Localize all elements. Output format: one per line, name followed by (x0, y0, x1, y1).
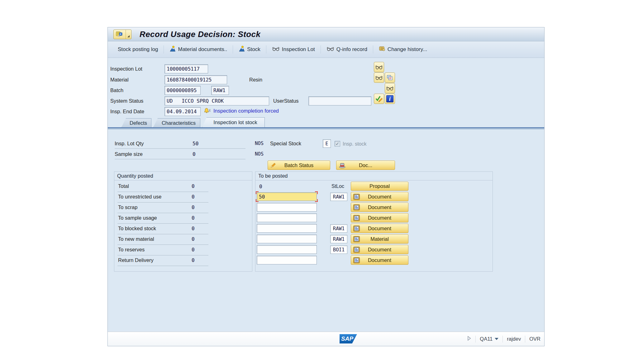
qty-row-label: To reserves (118, 247, 145, 253)
tab-defects[interactable]: Defects (121, 118, 151, 127)
insp-end-date-input[interactable] (164, 107, 201, 116)
overwrite-mode: OVR (529, 336, 540, 342)
batch-input[interactable] (164, 86, 201, 95)
bell-icon (203, 108, 210, 115)
inspection-lot-input[interactable] (164, 64, 208, 73)
inspection-lot-stock-panel: Insp. Lot Qty 50 NOS Special Stock E ✓ I… (108, 127, 544, 332)
system-id-dropdown[interactable]: QA11 (480, 336, 498, 342)
batch-status-button[interactable]: Batch Status (268, 161, 330, 170)
information-button[interactable]: i (385, 94, 395, 104)
qty-row-blocked-stock: To blocked stock 0 (117, 224, 208, 234)
material-documents-button[interactable]: Material documents.. (164, 44, 233, 55)
post-document-icon (353, 194, 360, 200)
new-material-material-button[interactable]: Material (351, 234, 408, 244)
status-separator (502, 336, 503, 343)
material-documents-label: Material documents.. (178, 46, 227, 53)
reserves-stloc-input[interactable] (330, 245, 347, 254)
document-button-label: Document (368, 194, 391, 200)
inspection-completion-message: Inspection completion forced (213, 108, 279, 114)
status-separator (475, 336, 476, 343)
stock-button[interactable]: Stock (233, 44, 266, 55)
special-stock-label: Special Stock (270, 141, 301, 147)
display-batch-button[interactable] (385, 83, 395, 93)
status-right-cluster: QA11 rajdev OVR (467, 332, 540, 346)
unrestricted-stloc-input[interactable] (330, 193, 347, 201)
q-info-record-button[interactable]: Q-info record (321, 44, 373, 55)
quantity-posted-groupbox: Quantity posted Total 0 To unrestricted … (114, 171, 252, 272)
copy-document-button[interactable] (385, 72, 395, 83)
document-button-label: Document (368, 257, 391, 263)
special-stock-value: E (325, 141, 328, 147)
qty-row-label: To scrap (118, 204, 137, 210)
insp-stock-checkbox[interactable]: ✓ (335, 141, 340, 147)
insp-end-date-field-label: Insp. End Date (110, 109, 144, 114)
insp-stock-checkbox-label: Insp. stock (343, 141, 366, 147)
screen-menu-dropdown-icon[interactable] (126, 30, 131, 39)
inspection-lot-button[interactable]: Inspection Lot (266, 44, 321, 55)
screen-menu-button[interactable] (113, 30, 131, 39)
return-delivery-qty-input[interactable] (257, 256, 317, 264)
new-material-qty-input[interactable] (257, 235, 317, 243)
batch-field-label: Batch (110, 87, 123, 93)
reserves-qty-input[interactable] (257, 245, 317, 254)
system-status-input[interactable] (164, 96, 269, 105)
sample-usage-qty-input[interactable] (257, 213, 317, 222)
proposal-button[interactable]: Proposal (351, 182, 408, 191)
material-input[interactable] (164, 75, 227, 84)
blocked-stock-stloc-input[interactable] (330, 224, 347, 233)
insp-lot-qty-label: Insp. Lot Qty (115, 141, 144, 147)
change-history-button[interactable]: Change history... (373, 44, 433, 55)
qty-row-label: To sample usage (118, 215, 157, 221)
scrap-document-button[interactable]: Document (351, 203, 408, 212)
scrap-qty-input[interactable] (257, 203, 317, 212)
qty-row-value: 0 (192, 236, 195, 242)
display-material-button[interactable] (374, 72, 384, 83)
doc-button[interactable]: Doc... (336, 161, 395, 170)
scroll-icon (379, 46, 385, 53)
expand-status-icon[interactable] (467, 336, 471, 342)
header-form: Inspection Lot Material Resin Batch Syst… (108, 58, 544, 117)
blocked-stock-qty-input[interactable] (257, 224, 317, 233)
qty-row-unrestricted: To unrestricted use 0 (117, 192, 208, 203)
person-mountain-icon (239, 46, 245, 53)
insp-lot-qty-row: Insp. Lot Qty 50 (115, 139, 245, 149)
unrestricted-document-button[interactable]: Document (351, 192, 408, 201)
batch-plant-input[interactable] (211, 86, 229, 95)
status-separator (525, 336, 525, 343)
material-button-label: Material (370, 236, 389, 242)
qty-row-value: 0 (192, 226, 195, 231)
display-inspection-lot-button[interactable] (374, 62, 384, 72)
return-delivery-document-button[interactable]: Document (351, 255, 408, 265)
unrestricted-qty-input[interactable] (257, 192, 317, 201)
system-status-field-label: System Status (110, 98, 143, 104)
quantity-posted-header: Quantity posted (114, 172, 252, 180)
chevron-down-icon (495, 338, 498, 340)
tab-inspection-lot-stock[interactable]: Inspection lot stock (202, 117, 265, 127)
document-button-label: Document (368, 226, 391, 231)
special-stock-value-field[interactable]: E (323, 139, 331, 148)
change-status-button[interactable] (374, 94, 384, 104)
user-status-input[interactable] (308, 96, 371, 105)
usage-decision-icon (114, 31, 126, 38)
sample-size-unit: NOS (255, 151, 264, 157)
post-document-icon (353, 215, 360, 221)
status-bar: SAP QA11 rajdev OVR (108, 332, 544, 346)
title-bar: Record Usage Decision: Stock (108, 27, 544, 41)
reserves-document-button[interactable]: Document (351, 245, 408, 254)
tab-inspection-lot-stock-label: Inspection lot stock (213, 119, 257, 125)
doc-button-label: Doc... (359, 162, 372, 168)
tab-characteristics[interactable]: Characteristics (153, 118, 200, 127)
sample-usage-document-button[interactable]: Document (351, 213, 408, 222)
person-mountain-icon (169, 46, 176, 53)
qty-row-value: 0 (192, 204, 195, 210)
material-description: Resin (249, 77, 262, 83)
focus-corner (315, 199, 318, 202)
document-button-label: Document (368, 247, 391, 253)
blocked-stock-document-button[interactable]: Document (351, 224, 408, 233)
qty-row-reserves: To reserves 0 (117, 245, 208, 255)
post-document-icon (353, 257, 360, 263)
new-material-stloc-input[interactable] (330, 235, 347, 243)
stock-posting-log-button[interactable]: Stock posting log (112, 44, 164, 55)
stock-posting-log-label: Stock posting log (118, 46, 158, 53)
focus-corner (315, 191, 318, 194)
